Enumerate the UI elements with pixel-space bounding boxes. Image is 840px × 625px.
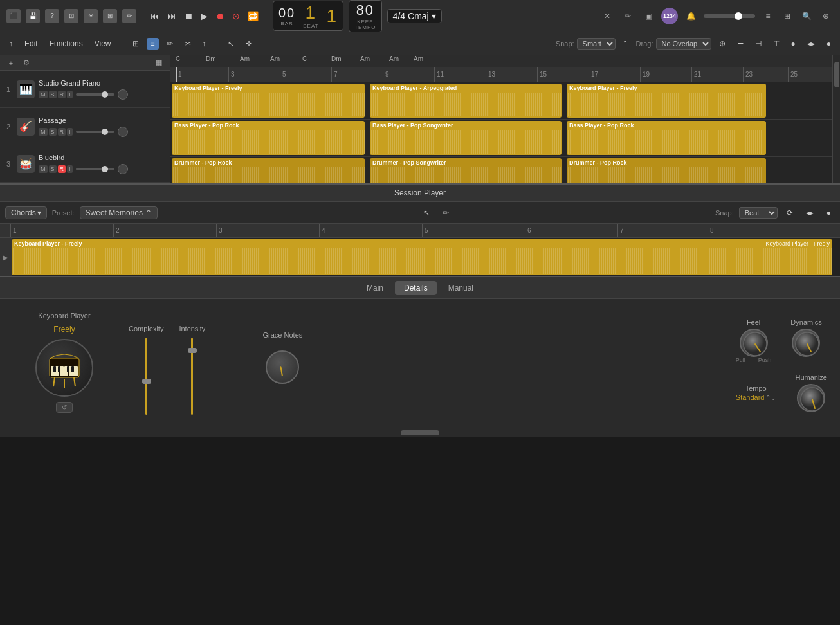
mute-btn-1[interactable]: M [39, 91, 48, 98]
grid-view-btn[interactable]: ⊞ [129, 38, 143, 50]
grace-notes-knob[interactable] [266, 350, 299, 384]
track-lane-2[interactable]: Bass Player - Pop Rock Bass Player - Pop… [170, 120, 832, 157]
list-icon[interactable]: ≡ [760, 8, 776, 24]
mixer-icon[interactable]: ⊞ [103, 9, 117, 23]
tool1-btn[interactable]: ⊢ [733, 38, 747, 50]
track-lane-1[interactable]: Keyboard Player - Freely Keyboard Player… [170, 82, 832, 120]
solo-btn-1[interactable]: S [49, 91, 57, 98]
record-alt-button[interactable]: ⊙ [230, 10, 242, 23]
edit-menu[interactable]: Edit [21, 38, 42, 50]
region-1c[interactable]: Keyboard Player - Freely [567, 84, 766, 118]
track-lane-3[interactable]: Drummer - Pop Rock Drummer - Pop Songwri… [170, 157, 832, 183]
session-dot-btn[interactable]: ● [823, 207, 835, 219]
pencil-icon[interactable]: ✏ [122, 9, 136, 23]
stop-button[interactable]: ⏹ [181, 10, 196, 23]
mute-btn-2[interactable]: M [39, 128, 48, 136]
pan-knob-2[interactable] [118, 127, 128, 137]
cursor-btn[interactable]: ↖ [224, 38, 238, 50]
zoom-btn[interactable]: ◂▸ [802, 207, 817, 219]
tools-icon[interactable]: ☀ [84, 9, 98, 23]
tempo-stepper[interactable]: ⌃⌄ [765, 394, 776, 401]
master-volume-slider[interactable] [704, 14, 755, 18]
session-snap-select[interactable]: Beat Smart Bar [739, 207, 778, 219]
add-track-button[interactable]: + [5, 57, 17, 69]
feel-knob[interactable] [740, 329, 768, 357]
solo-btn-2[interactable]: S [49, 128, 57, 136]
instrument-circle[interactable] [35, 339, 93, 397]
region-2b[interactable]: Bass Player - Pop Songwriter [370, 121, 562, 155]
share-icon[interactable]: ⊕ [818, 8, 834, 24]
pan-knob-3[interactable] [118, 164, 128, 174]
region-3b[interactable]: Drummer - Pop Songwriter [370, 158, 562, 183]
session-track-area[interactable]: ▶ Keyboard Player - Freely Keyboard Play… [0, 238, 840, 276]
region-2a[interactable]: Bass Player - Pop Rock [172, 121, 365, 155]
volume-slider-2[interactable] [76, 131, 114, 133]
collapse-btn[interactable]: ▦ [153, 57, 165, 69]
loop-button[interactable]: 🔁 [245, 10, 261, 23]
volume-slider-3[interactable] [76, 168, 114, 170]
pencil-tool-btn[interactable]: ✏ [163, 38, 177, 50]
volume-slider-1[interactable] [76, 93, 114, 96]
vert-scroll-thumb[interactable] [834, 62, 839, 87]
session-cursor-btn[interactable]: ↖ [419, 207, 434, 219]
complexity-slider[interactable] [140, 338, 152, 415]
list-view-btn[interactable]: ≡ [147, 38, 159, 50]
intensity-slider[interactable] [186, 338, 199, 415]
snap-chevron[interactable]: ⌃ [618, 38, 632, 50]
input-btn-3[interactable]: I [67, 165, 73, 173]
tab-main[interactable]: Main [358, 281, 392, 295]
session-pencil-btn[interactable]: ✏ [439, 207, 453, 219]
save-icon[interactable]: 💾 [26, 9, 40, 23]
region-3c[interactable]: Drummer - Pop Rock [567, 158, 766, 183]
file-icon[interactable]: ⬛ [6, 9, 21, 23]
pan-knob-1[interactable] [118, 89, 128, 100]
search-top-icon[interactable]: 🔍 [799, 8, 814, 24]
input-btn-2[interactable]: I [67, 128, 73, 136]
drag-select[interactable]: No Overlap Overlap [656, 38, 711, 50]
region-2c[interactable]: Bass Player - Pop Rock [567, 121, 766, 155]
fast-forward-button[interactable]: ⏭ [165, 10, 179, 23]
settings-icon-btn[interactable]: ⚙ [21, 57, 32, 69]
horizontal-scrollbar[interactable] [0, 428, 840, 437]
snap-select[interactable]: Smart Bar Beat [577, 38, 616, 50]
tab-manual[interactable]: Manual [439, 281, 482, 295]
library-icon[interactable]: ▣ [641, 8, 656, 24]
mute-btn-3[interactable]: M [39, 165, 48, 173]
tool3-btn[interactable]: ⊤ [769, 38, 783, 50]
help-icon[interactable]: ? [45, 9, 59, 23]
preset-select[interactable]: Sweet Memories ⌃ [80, 206, 158, 219]
record-btn-1[interactable]: R [58, 91, 66, 98]
scrollbar-thumb[interactable] [401, 430, 439, 435]
tool5-btn[interactable]: ◂▸ [803, 38, 819, 50]
tool4-btn[interactable]: ● [787, 38, 799, 50]
solo-btn-3[interactable]: S [49, 165, 57, 173]
key-signature[interactable]: 4/4 Cmaj ▾ [387, 9, 442, 23]
magnet-btn[interactable]: ⊕ [715, 38, 729, 50]
functions-menu[interactable]: Functions [46, 38, 87, 50]
up-arrow-button[interactable]: ↑ [5, 38, 17, 50]
marquee-btn[interactable]: ✛ [242, 38, 256, 50]
pointer-tool-btn[interactable]: ↑ [199, 38, 210, 50]
x-icon[interactable]: ✕ [599, 8, 615, 24]
refresh-button[interactable]: ↺ [56, 402, 73, 413]
record-button[interactable]: ⏺ [213, 10, 227, 23]
dynamics-knob[interactable] [792, 329, 820, 357]
tool2-btn[interactable]: ⊣ [751, 38, 765, 50]
notification-icon[interactable]: 🔔 [683, 8, 698, 24]
scissor-tool-btn[interactable]: ✂ [181, 38, 195, 50]
region-3a[interactable]: Drummer - Pop Rock [172, 158, 365, 183]
play-button[interactable]: ▶ [198, 10, 210, 23]
loop-region-btn[interactable]: ⟳ [783, 207, 797, 219]
tool6-btn[interactable]: ● [823, 38, 835, 50]
chords-button[interactable]: Chords ▾ [5, 206, 47, 219]
vertical-scrollbar[interactable] [832, 55, 840, 183]
tab-details[interactable]: Details [395, 281, 437, 295]
grid-icon[interactable]: ⊞ [780, 8, 795, 24]
view-menu[interactable]: View [91, 38, 115, 50]
record-btn-3[interactable]: R [58, 165, 66, 173]
user-avatar[interactable]: 1234 [661, 8, 678, 24]
rewind-button[interactable]: ⏮ [148, 10, 162, 23]
session-track-expand[interactable]: ▶ [3, 254, 8, 261]
humanize-knob[interactable] [797, 384, 825, 412]
brush-icon[interactable]: ✏ [620, 8, 635, 24]
